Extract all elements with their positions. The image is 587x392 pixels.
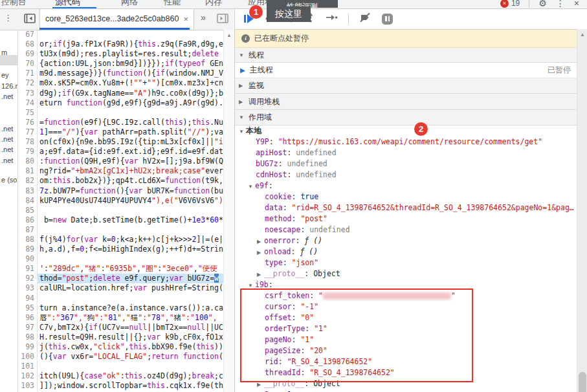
scope-variable-row[interactable]: ▶__proto__: Object xyxy=(235,268,587,279)
tab-memory[interactable]: 内存 xyxy=(205,0,222,8)
line-number[interactable]: 69 xyxy=(17,49,38,59)
line-number[interactable]: 96 xyxy=(17,313,38,323)
navigator-file-partial[interactable]: 126.r xyxy=(1,82,17,90)
file-tab[interactable]: core_5263ed13ce...3ade2c5c0ab860 × xyxy=(39,8,194,29)
code-text: :function(Q9H,e9f){var hV2x=[];j9a.bf9W(… xyxy=(38,157,223,166)
line-number[interactable]: 70 xyxy=(17,59,38,69)
line-number[interactable]: 78 xyxy=(17,137,38,147)
code-editor[interactable]: 6768or;if(j9a.fP1x(Fa9R)){this.z9q(Fa9R,… xyxy=(17,30,223,392)
chevron-right-icon[interactable]: ▶ xyxy=(257,269,264,279)
navigator-file-partial[interactable]: m xyxy=(1,49,7,56)
code-text: kUP4PYe40UsU744UPY4UPUVY4"),e("V6V6VsV6"… xyxy=(38,196,223,206)
scope-variable-row: noescape: undefined xyxy=(235,224,587,235)
line-number[interactable]: 101 xyxy=(17,362,38,371)
tab-performance[interactable]: 性能 xyxy=(164,0,181,8)
chevron-right-icon[interactable]: ▶ xyxy=(257,379,264,389)
line-number[interactable]: 77 xyxy=(17,127,38,137)
navigator-file-partial[interactable]: .net xyxy=(1,125,13,133)
navigator-selected-row[interactable] xyxy=(0,55,17,65)
navigator-file-partial[interactable]: e (so xyxy=(1,176,17,184)
scroll-up-icon[interactable]: ▲ xyxy=(224,30,234,38)
line-number[interactable]: 86 xyxy=(17,215,38,225)
line-number[interactable]: 89 xyxy=(17,245,38,254)
navigator-file-partial[interactable]: .net xyxy=(1,157,13,164)
chevron-down-icon[interactable]: ▼ xyxy=(248,181,255,191)
annotation-marker-2: 2 xyxy=(414,122,428,136)
active-thread-icon: ▶ xyxy=(240,67,245,74)
scroll-up-icon[interactable]: ▲ xyxy=(577,29,587,38)
line-number[interactable]: 92 xyxy=(17,274,38,283)
pause-on-exceptions-button[interactable] xyxy=(382,14,393,25)
line-number[interactable]: 87 xyxy=(17,225,38,235)
chevron-down-icon[interactable]: ▼ xyxy=(248,280,255,290)
scope-variable-row[interactable]: ▶__proto__: Object xyxy=(235,378,587,389)
tab-network[interactable]: 网络 xyxy=(121,0,138,8)
scope-variable-row[interactable]: ▶onerror: ƒ () xyxy=(235,235,587,246)
line-number[interactable]: 85 xyxy=(17,206,38,215)
navigator-file-partial[interactable]: .net xyxy=(1,135,13,143)
line-number[interactable]: 100 xyxy=(17,352,38,362)
more-tabs-button[interactable]: » xyxy=(201,12,206,23)
navigator-toggle-icon[interactable] xyxy=(24,14,36,26)
line-number[interactable]: 79 xyxy=(17,147,38,157)
error-count-badge[interactable]: × 19 xyxy=(500,0,520,8)
line-number[interactable]: 83 xyxy=(17,186,38,196)
line-number[interactable]: 98 xyxy=(17,332,38,342)
close-tab-icon[interactable]: × xyxy=(183,14,188,24)
line-number[interactable]: 68 xyxy=(17,39,38,49)
scrollbar-thumb[interactable] xyxy=(579,372,586,392)
line-number[interactable]: 75 xyxy=(17,108,38,118)
code-line: 75 xyxy=(17,108,223,118)
line-number[interactable]: 84 xyxy=(17,196,38,206)
more-options-icon[interactable]: ⋮ xyxy=(4,13,12,23)
code-line: 78on(cf0x){n9e.bb9S.I9z({tip:mL3x[cf0x]|… xyxy=(17,137,223,147)
line-number[interactable]: 103 xyxy=(17,381,38,391)
line-number[interactable]: 81 xyxy=(17,166,38,176)
line-number[interactable]: 88 xyxy=(17,235,38,245)
line-number[interactable]: 99 xyxy=(17,342,38,352)
scope-variable-row[interactable]: ▼本地 xyxy=(235,125,587,136)
panel-toggle-icon[interactable] xyxy=(217,14,228,26)
section-scope[interactable]: ▼ 作用域 xyxy=(235,110,587,125)
line-number[interactable]: 94 xyxy=(17,294,38,303)
deactivate-breakpoints-button[interactable] xyxy=(359,12,371,25)
line-number[interactable]: 90 xyxy=(17,254,38,264)
more-options-icon[interactable]: ⋮ xyxy=(556,0,565,8)
variable-name: cursor xyxy=(265,302,292,311)
settings-gear-icon[interactable]: ⚙ xyxy=(538,0,547,8)
navigator-file-partial[interactable]: .net xyxy=(1,93,13,100)
line-number[interactable]: 74 xyxy=(17,98,38,108)
scope-variable-row[interactable]: ▶onload: ƒ () xyxy=(235,246,587,257)
navigator-file-partial[interactable]: .net xyxy=(1,146,13,153)
panel-scrollbar[interactable]: ▲ xyxy=(577,29,587,392)
line-number[interactable]: 102 xyxy=(17,371,38,381)
chevron-down-icon[interactable]: ▼ xyxy=(239,126,246,136)
line-number[interactable]: 71 xyxy=(17,69,38,78)
step-button[interactable] xyxy=(326,13,338,25)
error-icon: × xyxy=(500,0,509,8)
section-watch[interactable]: ▶ 监视 xyxy=(235,78,587,94)
line-number[interactable]: 93 xyxy=(17,283,38,293)
line-number[interactable]: 82 xyxy=(17,176,38,186)
tab-console[interactable]: 控制台 xyxy=(1,0,27,8)
chevron-right-icon[interactable]: ▶ xyxy=(257,236,264,246)
chevron-right-icon[interactable]: ▶ xyxy=(257,247,264,257)
line-number[interactable]: 80 xyxy=(17,157,38,166)
close-devtools-icon[interactable]: × xyxy=(574,0,579,8)
scope-variable-row[interactable]: ▼i9b: xyxy=(235,279,587,290)
line-number[interactable]: 95 xyxy=(17,303,38,313)
line-number[interactable]: 76 xyxy=(17,118,38,127)
line-number[interactable]: 72 xyxy=(17,78,38,88)
line-number[interactable]: 67 xyxy=(17,30,38,39)
line-number[interactable]: 97 xyxy=(17,323,38,332)
section-threads[interactable]: ▼ 线程 xyxy=(235,48,587,63)
thread-main-row[interactable]: ▶ 主线程 已暂停 xyxy=(235,63,587,78)
editor-scrollbar[interactable]: ▲ xyxy=(223,30,234,392)
line-number[interactable]: 91 xyxy=(17,264,38,274)
line-number[interactable]: 73 xyxy=(17,89,38,98)
scope-variable-row[interactable]: ▼e9f: xyxy=(235,180,587,191)
navigator-file-partial[interactable]: ey xyxy=(1,71,9,79)
code-line: 71m9d.message})}(function(){if(window.NM… xyxy=(17,69,223,78)
code-text: m0x.sK5P=cm0x.Yu8m+(!""+"")[cm0x.mz3x]+c… xyxy=(38,78,223,88)
section-call-stack[interactable]: ▶ 调用堆栈 xyxy=(235,94,587,110)
